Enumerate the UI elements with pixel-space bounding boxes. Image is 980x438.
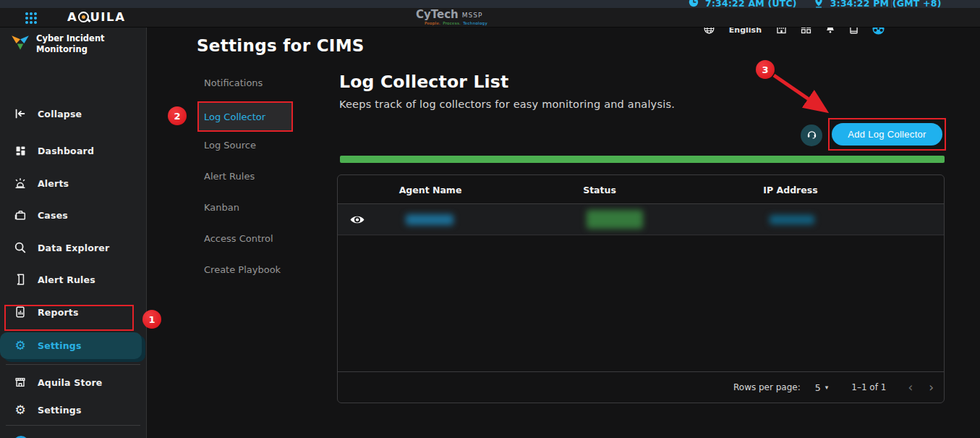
alerts-siren-icon (13, 177, 27, 190)
ip-address-redacted (770, 215, 814, 224)
table-header-row: Agent Name Status IP Address (338, 175, 944, 204)
cytech-tagline: People. Process. Technology (416, 22, 487, 26)
app-header: AUILA CyTech MSSP People. Process. Techn… (0, 8, 980, 28)
settings-nav-kanban[interactable]: Kanban (204, 202, 312, 216)
sidebar-item-alert-rules[interactable]: Alert Rules (0, 266, 147, 292)
dashboard-icon (13, 145, 27, 157)
settings-nav-create-playbook[interactable]: Create Playbook (204, 264, 312, 279)
settings-nav-access-control[interactable]: Access Control (204, 233, 312, 248)
rows-per-page-label: Rows per page: (733, 382, 801, 392)
sidebar: Cyber Incident Monitoring Collapse Dashb… (0, 28, 147, 438)
local-time-label: 3:34:22 PM (GMT +8) (830, 0, 942, 8)
sidebar-item-aquila-store[interactable]: Aquila Store (0, 369, 147, 395)
clock-icon (689, 0, 699, 8)
cytech-mssp-logo: CyTech MSSP People. Process. Technology (416, 9, 487, 26)
sidebar-item-cases[interactable]: Cases (0, 202, 147, 228)
utc-time-strip: 7:34:22 AM (UTC) 3:34:22 PM (GMT +8) (0, 0, 980, 8)
sidebar-item-settings-active[interactable]: ⚙ Settings (0, 332, 142, 359)
column-header-ip-address: IP Address (763, 185, 817, 195)
progress-bar (340, 156, 945, 163)
mssp-label: MSSP (462, 12, 483, 20)
collapse-label: Collapse (38, 109, 82, 119)
alert-rules-doc-icon (13, 273, 27, 286)
annotation-box-step1 (4, 305, 134, 331)
brand-letter-a: A (67, 10, 77, 24)
utc-time-label: 7:34:22 AM (UTC) (705, 0, 797, 8)
sidebar-item-data-explorer[interactable]: Data Explorer (0, 235, 147, 261)
store-icon (13, 376, 27, 389)
settings-gear-icon: ⚙ (13, 340, 27, 352)
app-grid-icon[interactable] (24, 11, 38, 28)
column-header-agent-name: Agent Name (399, 185, 462, 195)
cytech-wordmark: CyTech (416, 9, 459, 20)
previous-page-button[interactable]: ‹ (908, 382, 913, 394)
log-collector-table: Agent Name Status IP Address Rows per pa… (337, 174, 945, 403)
brand-letters-uila: UILA (90, 10, 125, 24)
strip-divider (891, 0, 892, 8)
settings-nav-log-source[interactable]: Log Source (204, 140, 312, 154)
cases-briefcase-icon (13, 209, 27, 222)
aquila-logo[interactable]: AUILA (67, 10, 126, 24)
app-window: 7:34:22 AM (UTC) 3:34:22 PM (GMT +8) AUI… (0, 0, 980, 438)
annotation-circle-step2: 2 (168, 106, 187, 125)
cim-bird-icon (10, 33, 30, 55)
collapse-icon (13, 107, 27, 120)
sidebar-divider (6, 425, 140, 426)
settings-nav-notifications[interactable]: Notifications (204, 77, 312, 92)
gear-icon: ⚙ (13, 404, 27, 416)
annotation-circle-step1: 1 (142, 310, 161, 329)
pagination-range: 1–1 of 1 (851, 382, 886, 392)
view-eye-icon[interactable] (349, 214, 365, 228)
agent-name-redacted (406, 214, 453, 225)
brand-q-icon (78, 12, 89, 22)
support-headset-button[interactable] (801, 125, 822, 146)
sidebar-divider (6, 364, 140, 365)
table-row[interactable] (338, 204, 944, 235)
annotation-circle-step3: 3 (756, 60, 775, 79)
sidebar-item-alerts[interactable]: Alerts (0, 170, 147, 196)
settings-nav-alert-rules[interactable]: Alert Rules (204, 171, 312, 185)
panel-subtitle: Keeps track of log collectors for easy m… (339, 98, 675, 110)
rows-per-page-select[interactable]: 5 ▾ (815, 382, 828, 393)
headset-icon (806, 128, 818, 143)
sidebar-item-settings[interactable]: ⚙ Settings (0, 397, 147, 423)
location-pin-icon (814, 0, 824, 8)
next-page-button[interactable]: › (929, 382, 934, 394)
table-pagination: Rows per page: 5 ▾ 1–1 of 1 ‹ › (338, 371, 944, 403)
product-name: Cyber Incident Monitoring (36, 33, 116, 55)
page-title: Settings for CIMS (197, 36, 365, 55)
annotation-box-step3 (828, 118, 946, 151)
panel-title: Log Collector List (339, 72, 509, 92)
sidebar-collapse-button[interactable]: Collapse (0, 101, 147, 127)
column-header-status: Status (583, 185, 616, 195)
sidebar-item-dashboard[interactable]: Dashboard (0, 138, 147, 164)
caret-down-icon: ▾ (825, 384, 829, 391)
status-badge-redacted (587, 210, 643, 229)
search-icon (13, 241, 27, 254)
annotation-box-step2 (197, 101, 293, 132)
sidebar-item-light-mode[interactable]: ✳ Light Mode (0, 431, 147, 438)
product-logo: Cyber Incident Monitoring (10, 33, 116, 55)
